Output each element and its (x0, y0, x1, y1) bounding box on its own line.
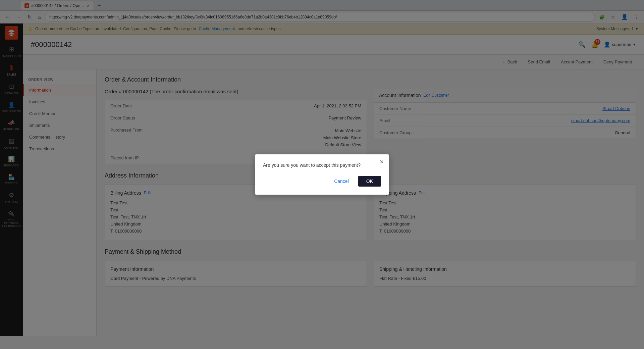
modal-close-button[interactable]: × (380, 158, 384, 165)
modal-actions: Cancel OK (263, 176, 381, 187)
modal-message: Are you sure you want to accept this pay… (263, 162, 381, 168)
modal-box: × Are you sure you want to accept this p… (255, 154, 389, 195)
modal-overlay: × Are you sure you want to accept this p… (0, 0, 644, 336)
modal-ok-button[interactable]: OK (358, 176, 381, 187)
modal-cancel-button[interactable]: Cancel (329, 176, 354, 187)
